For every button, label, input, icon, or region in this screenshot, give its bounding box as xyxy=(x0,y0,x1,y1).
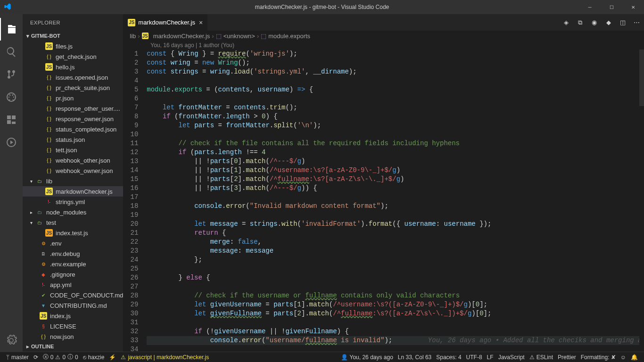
file-item[interactable]: { }get_check.json xyxy=(23,51,123,62)
language-scope[interactable]: ⚠javascript | markdownChecker.js xyxy=(118,352,211,362)
file-item[interactable]: { }resposne_owner.json xyxy=(23,114,123,124)
eslint-status[interactable]: ⚠ESLint xyxy=(527,352,555,362)
file-tree: JSfiles.js{ }get_check.jsonJShello.js{ }… xyxy=(23,41,123,341)
project-section[interactable]: ▾GITME-BOT xyxy=(23,31,123,41)
folder-item[interactable]: ▾🗀lib xyxy=(23,176,123,186)
file-item[interactable]: { }pr_check_suite.json xyxy=(23,82,123,93)
activity-bar xyxy=(0,14,23,352)
file-item[interactable]: { }webhook_owner.json xyxy=(23,165,123,176)
folder-item[interactable]: ▸🗀node_modules xyxy=(23,207,123,217)
maximize-button[interactable]: ☐ xyxy=(601,0,622,14)
minimap[interactable] xyxy=(639,49,644,352)
code-editor[interactable]: 1234567891011121314151617181920212223242… xyxy=(123,49,644,352)
extensions-icon[interactable] xyxy=(0,108,23,131)
close-tab-icon[interactable]: × xyxy=(199,19,203,26)
file-item[interactable]: { }issues.opened.json xyxy=(23,72,123,82)
file-item[interactable]: JSindex.js xyxy=(23,311,123,321)
file-item[interactable]: JShello.js xyxy=(23,62,123,72)
svg-point-0 xyxy=(7,93,16,101)
editor-actions: ◈ ⧉ ◉ ◆ ◫ ⋯ xyxy=(562,19,644,26)
file-item[interactable]: 🗎.env.debug xyxy=(23,248,123,259)
debug-icon[interactable] xyxy=(0,86,23,108)
file-item[interactable]: !-app.yml xyxy=(23,280,123,290)
branch-icon: ᛘ xyxy=(6,354,9,361)
file-item[interactable]: { }status.json xyxy=(23,134,123,145)
file-item[interactable]: { }webhook_other.json xyxy=(23,155,123,165)
breadcrumb[interactable]: lib› JS markdownChecker.js› ⬚<unknown>› … xyxy=(123,31,644,41)
cursor-position[interactable]: Ln 33, Col 63 xyxy=(396,352,434,362)
liveshare-icon[interactable] xyxy=(0,131,23,154)
tabs-bar: JS markdownChecker.js × ◈ ⧉ ◉ ◆ ◫ ⋯ xyxy=(123,14,644,31)
sync-icon: ⟳ xyxy=(33,354,38,361)
file-item[interactable]: { }pr.json xyxy=(23,93,123,103)
sidebar: EXPLORER ▾GITME-BOT JSfiles.js{ }get_che… xyxy=(23,14,123,352)
file-item[interactable]: JSfiles.js xyxy=(23,41,123,51)
tab-markdownchecker[interactable]: JS markdownChecker.js × xyxy=(123,14,208,31)
status-bar: ᛘmaster ⟳ ⓧ0 ⚠0 ⓘ0 ⎋haxzie ⚡ ⚠javascript… xyxy=(0,352,644,362)
prettier-status[interactable]: Prettier xyxy=(555,352,578,362)
code-lines[interactable]: const { Wring } = require('wring-js');co… xyxy=(147,49,644,352)
file-item[interactable]: ◆.gitignore xyxy=(23,269,123,280)
language-mode[interactable]: JavaScript xyxy=(496,352,527,362)
vscode-logo-icon xyxy=(4,3,11,10)
explorer-header: EXPLORER xyxy=(23,14,123,31)
file-item[interactable]: !-strings.yml xyxy=(23,197,123,207)
file-item[interactable]: { }status_completed.json xyxy=(23,124,123,134)
window-title: markdownChecker.js - gitme-bot - Visual … xyxy=(255,4,389,10)
warning-icon: ⚠ xyxy=(529,354,535,361)
action-icon[interactable]: ◉ xyxy=(590,19,599,26)
editor-area: JS markdownChecker.js × ◈ ⧉ ◉ ◆ ◫ ⋯ lib›… xyxy=(123,14,644,352)
outline-section[interactable]: ▸OUTLINE xyxy=(23,341,123,352)
warning-icon: ⚠ xyxy=(55,354,60,361)
git-branch[interactable]: ᛘmaster xyxy=(4,352,31,362)
github-icon: ⎋ xyxy=(83,354,86,361)
liveshare-user[interactable]: ⎋haxzie xyxy=(81,352,107,362)
file-item[interactable]: JSindex.test.js xyxy=(23,228,123,238)
feedback-icon[interactable]: ☺ xyxy=(618,352,628,362)
person-icon: 👤 xyxy=(341,354,348,361)
problems[interactable]: ⓧ0 ⚠0 ⓘ0 xyxy=(41,352,81,362)
file-item[interactable]: ⚙.env xyxy=(23,238,123,248)
formatting-status[interactable]: Formatting: ✘ xyxy=(578,352,618,362)
explorer-icon[interactable] xyxy=(0,18,23,41)
titlebar: markdownChecker.js - gitme-bot - Visual … xyxy=(0,0,644,14)
file-item[interactable]: ✔CODE_OF_CONDUCT.md xyxy=(23,290,123,300)
bolt-icon[interactable]: ⚡ xyxy=(107,352,118,362)
search-icon[interactable] xyxy=(0,41,23,63)
info-icon: ⓘ xyxy=(67,353,73,361)
file-item[interactable]: ⚙.env.example xyxy=(23,259,123,269)
action-icon[interactable]: ⧉ xyxy=(576,19,585,26)
file-item[interactable]: { }now.json xyxy=(23,331,123,341)
action-icon[interactable]: ◈ xyxy=(562,19,570,26)
notifications-icon[interactable]: 🔔 xyxy=(628,352,640,362)
js-file-icon: JS xyxy=(128,19,135,26)
file-item[interactable]: JSmarkdownChecker.js xyxy=(23,186,123,197)
eol[interactable]: LF xyxy=(485,352,496,362)
file-item[interactable]: §LICENSE xyxy=(23,321,123,331)
sync-button[interactable]: ⟳ xyxy=(31,352,41,362)
source-control-icon[interactable] xyxy=(0,63,23,86)
error-icon: ⓧ xyxy=(43,353,49,361)
file-item[interactable]: ▼CONTRIBUTING.md xyxy=(23,300,123,311)
settings-icon[interactable] xyxy=(0,329,23,352)
file-item[interactable]: { }tett.json xyxy=(23,145,123,155)
line-numbers: 1234567891011121314151617181920212223242… xyxy=(123,49,147,352)
folder-item[interactable]: ▾🗀test xyxy=(23,217,123,228)
encoding[interactable]: UTF-8 xyxy=(464,352,485,362)
codelens[interactable]: You, 16 days ago | 1 author (You) xyxy=(123,41,644,49)
indentation[interactable]: Spaces: 4 xyxy=(434,352,463,362)
action-icon[interactable]: ◆ xyxy=(604,19,613,26)
more-actions-icon[interactable]: ⋯ xyxy=(633,19,641,26)
close-button[interactable]: ✕ xyxy=(622,0,644,14)
minimize-button[interactable]: ─ xyxy=(579,0,601,14)
split-editor-icon[interactable]: ◫ xyxy=(619,19,627,26)
git-blame-status[interactable]: 👤You, 26 days ago xyxy=(339,352,396,362)
file-item[interactable]: { }response_other_user.... xyxy=(23,103,123,114)
js-file-icon: JS xyxy=(142,33,149,39)
